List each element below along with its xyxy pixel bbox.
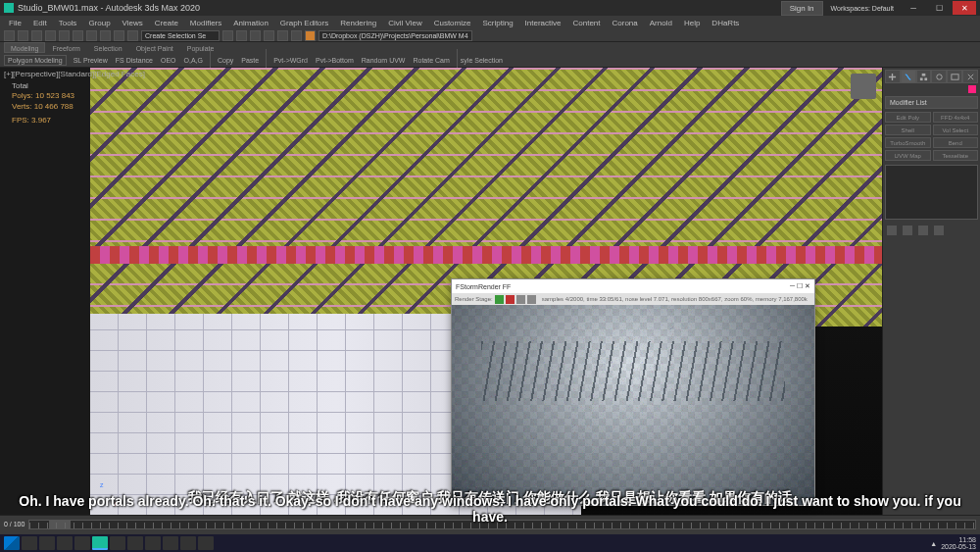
ribbon-paste[interactable]: Paste bbox=[238, 56, 262, 65]
taskbar-app-1[interactable] bbox=[110, 536, 125, 550]
menu-customize[interactable]: Customize bbox=[429, 19, 476, 27]
render-button[interactable] bbox=[305, 30, 316, 41]
ribbon-polygon-modeling[interactable]: Polygon Modeling bbox=[4, 55, 67, 66]
menu-grapheditors[interactable]: Graph Editors bbox=[275, 19, 333, 27]
ribbon-pvtwgrd[interactable]: Pvt->WGrd bbox=[270, 56, 311, 65]
mod-btn-uvwmap[interactable]: UVW Map bbox=[885, 150, 931, 161]
menu-file[interactable]: File bbox=[4, 19, 26, 27]
mod-btn-volselect[interactable]: Vol Select bbox=[933, 125, 979, 135]
start-button[interactable] bbox=[4, 536, 20, 550]
tray-icon[interactable]: ▲ bbox=[930, 540, 937, 547]
viewcube[interactable] bbox=[851, 74, 876, 99]
mod-btn-turbosmooth[interactable]: TurboSmooth bbox=[885, 137, 931, 148]
taskbar-app-3[interactable] bbox=[145, 536, 161, 550]
render-viewport[interactable] bbox=[452, 305, 814, 505]
modify-tab[interactable] bbox=[901, 70, 916, 83]
ribbon-oeo[interactable]: OEO bbox=[158, 56, 179, 65]
render-zoom-button[interactable] bbox=[527, 295, 536, 304]
menu-corona[interactable]: Corona bbox=[608, 19, 643, 27]
hierarchy-tab[interactable] bbox=[916, 70, 932, 83]
link-button[interactable] bbox=[31, 30, 42, 41]
render-min-button[interactable]: ─ bbox=[790, 282, 795, 290]
taskbar-date[interactable]: 2020-05-13 bbox=[941, 543, 976, 550]
render-window-titlebar[interactable]: FStormRender FF ─ ☐ ✕ bbox=[452, 279, 814, 293]
mod-btn-shell[interactable]: Shell bbox=[885, 125, 931, 135]
viewport-label[interactable]: [+][Perspective][Standard][Edged Faces] bbox=[4, 70, 145, 78]
make-unique-icon[interactable] bbox=[918, 226, 928, 235]
ribbon-copy[interactable]: Copy bbox=[215, 56, 236, 65]
signin-button[interactable]: Sign In bbox=[781, 1, 823, 16]
maximize-button[interactable]: ☐ bbox=[927, 1, 951, 15]
menu-interactive[interactable]: Interactive bbox=[520, 19, 566, 27]
curve-editor-button[interactable] bbox=[264, 30, 274, 41]
move-button[interactable] bbox=[73, 30, 83, 41]
taskbar-cortana[interactable] bbox=[39, 536, 55, 550]
menu-animation[interactable]: Animation bbox=[228, 19, 273, 27]
modifier-stack[interactable] bbox=[885, 165, 978, 220]
project-path-field[interactable]: D:\Dropbox (DSZH)\Projects\Personal\BMW … bbox=[318, 30, 472, 41]
material-editor-button[interactable] bbox=[277, 30, 288, 41]
remove-modifier-icon[interactable] bbox=[934, 226, 944, 235]
display-tab[interactable] bbox=[947, 70, 962, 83]
taskbar-3dsmax[interactable] bbox=[92, 536, 108, 550]
taskbar-app-5[interactable] bbox=[180, 536, 196, 550]
ribbon-pvtbottom[interactable]: Pvt->Bottom bbox=[313, 56, 357, 65]
mirror-button[interactable] bbox=[222, 30, 233, 41]
ribbon-randomuvw[interactable]: Random UVW bbox=[359, 56, 409, 65]
utilities-tab[interactable] bbox=[962, 70, 978, 83]
taskbar-app-6[interactable] bbox=[198, 536, 214, 550]
ribbon-oag[interactable]: O,A,G bbox=[181, 56, 206, 65]
select-button[interactable] bbox=[59, 30, 70, 41]
render-stop-button[interactable] bbox=[506, 295, 514, 304]
undo-button[interactable] bbox=[4, 30, 15, 41]
mod-btn-ffd[interactable]: FFD 4x4x4 bbox=[933, 112, 979, 123]
create-tab[interactable] bbox=[885, 70, 901, 83]
layers-button[interactable] bbox=[250, 30, 261, 41]
ribbon-rotatecam[interactable]: Rotate Cam bbox=[410, 56, 452, 65]
menu-help[interactable]: Help bbox=[679, 19, 705, 27]
menu-edit[interactable]: Edit bbox=[28, 19, 52, 27]
angle-snap-button[interactable] bbox=[127, 30, 138, 41]
taskbar-chrome[interactable] bbox=[74, 536, 90, 550]
render-save-button[interactable] bbox=[516, 295, 525, 304]
menu-dharts[interactable]: DHaRts bbox=[707, 19, 744, 27]
redo-button[interactable] bbox=[18, 30, 28, 41]
render-setup-button[interactable] bbox=[291, 30, 302, 41]
close-button[interactable]: ✕ bbox=[953, 1, 976, 15]
motion-tab[interactable] bbox=[931, 70, 947, 83]
unlink-button[interactable] bbox=[45, 30, 56, 41]
ribbon-slpreview[interactable]: SL Preview bbox=[71, 56, 111, 65]
menu-create[interactable]: Create bbox=[150, 19, 183, 27]
minimize-button[interactable]: ─ bbox=[902, 1, 925, 15]
taskbar-app-4[interactable] bbox=[163, 536, 178, 550]
menu-group[interactable]: Group bbox=[83, 19, 115, 27]
align-button[interactable] bbox=[236, 30, 247, 41]
ribbon-tab-modeling[interactable]: Modeling bbox=[4, 42, 45, 53]
scale-button[interactable] bbox=[100, 30, 111, 41]
snap-button[interactable] bbox=[114, 30, 124, 41]
menu-modifiers[interactable]: Modifiers bbox=[185, 19, 226, 27]
modifier-list-dropdown[interactable]: Modifier List bbox=[885, 96, 978, 109]
render-start-button[interactable] bbox=[495, 295, 504, 304]
mod-btn-editpoly[interactable]: Edit Poly bbox=[885, 112, 931, 123]
pin-stack-icon[interactable] bbox=[887, 226, 897, 235]
menu-rendering[interactable]: Rendering bbox=[335, 19, 381, 27]
taskbar-app-2[interactable] bbox=[127, 536, 143, 550]
menu-content[interactable]: Content bbox=[568, 19, 606, 27]
taskbar-search[interactable] bbox=[22, 536, 37, 550]
menu-civilview[interactable]: Civil View bbox=[383, 19, 427, 27]
ribbon-syleselection[interactable]: syle Selection bbox=[458, 56, 506, 65]
menu-scripting[interactable]: Scripting bbox=[477, 19, 517, 27]
render-close-button[interactable]: ✕ bbox=[805, 282, 810, 290]
menu-tools[interactable]: Tools bbox=[54, 19, 82, 27]
mod-btn-tessellate[interactable]: Tessellate bbox=[933, 150, 979, 161]
render-max-button[interactable]: ☐ bbox=[797, 282, 803, 290]
mod-btn-bend[interactable]: Bend bbox=[933, 137, 979, 148]
rotate-button[interactable] bbox=[86, 30, 97, 41]
selection-set-dropdown[interactable]: Create Selection Se bbox=[141, 30, 220, 41]
menu-arnold[interactable]: Arnold bbox=[645, 19, 677, 27]
workspaces-label[interactable]: Workspaces: Default bbox=[831, 5, 894, 12]
menu-views[interactable]: Views bbox=[118, 19, 148, 27]
ribbon-fsdistance[interactable]: FS Distance bbox=[113, 56, 156, 65]
show-end-result-icon[interactable] bbox=[903, 226, 912, 235]
